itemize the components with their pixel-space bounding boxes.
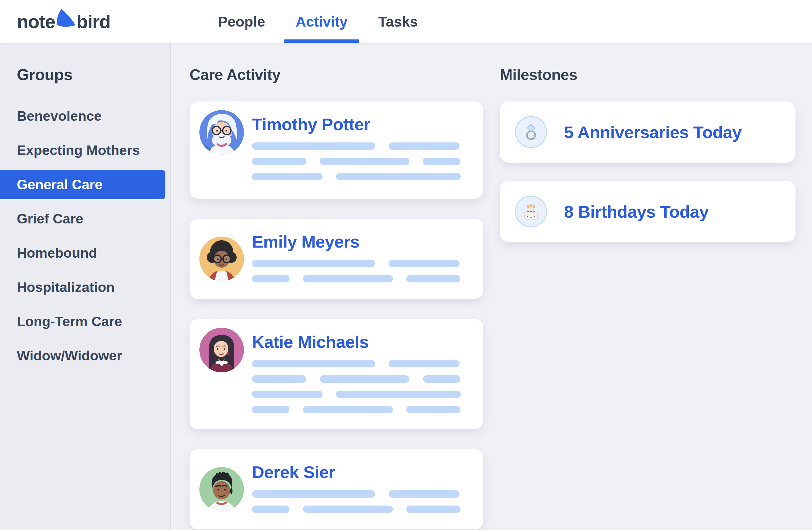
primary-nav: People Activity Tasks bbox=[218, 0, 418, 43]
avatar-woman-curly-hair-illustration bbox=[199, 237, 244, 281]
avatar-man-black-hair-illustration bbox=[199, 467, 244, 512]
placeholder-bar bbox=[406, 505, 461, 513]
placeholder-row bbox=[252, 360, 461, 367]
ring-icon bbox=[515, 116, 547, 148]
avatar bbox=[199, 328, 244, 372]
placeholder-bar bbox=[320, 376, 410, 383]
placeholder-bar bbox=[252, 275, 290, 282]
placeholder-row bbox=[252, 505, 461, 513]
avatar bbox=[199, 110, 244, 154]
placeholder-bar bbox=[336, 173, 461, 180]
avatar bbox=[199, 237, 244, 281]
milestones-heading: Milestones bbox=[500, 66, 796, 84]
placeholder-bar bbox=[303, 505, 393, 513]
sidebar-item-widow-widower[interactable]: Widow/Widower bbox=[0, 341, 170, 370]
brand-logo-suffix: bird bbox=[76, 11, 110, 32]
placeholder-bar bbox=[252, 376, 306, 383]
placeholder-bar bbox=[303, 275, 393, 282]
placeholder-bar bbox=[303, 406, 393, 413]
placeholder-text-block bbox=[252, 360, 461, 413]
placeholder-bar bbox=[252, 505, 290, 513]
placeholder-bar bbox=[252, 260, 375, 267]
placeholder-bar bbox=[423, 158, 461, 165]
placeholder-bar bbox=[252, 158, 306, 165]
tab-activity[interactable]: Activity bbox=[296, 0, 348, 43]
placeholder-bar bbox=[252, 490, 375, 498]
placeholder-row bbox=[252, 391, 461, 398]
placeholder-bar bbox=[389, 490, 460, 498]
avatar bbox=[199, 467, 244, 512]
placeholder-text-block bbox=[252, 490, 461, 513]
sidebar-item-homebound[interactable]: Homebound bbox=[0, 238, 170, 268]
cake-icon bbox=[515, 196, 547, 227]
placeholder-bar bbox=[252, 173, 322, 180]
top-nav: note bird People Activity Tasks bbox=[0, 0, 812, 43]
care-activity-card-timothy-potter[interactable]: Timothy Potter bbox=[190, 102, 483, 199]
placeholder-bar bbox=[252, 143, 375, 150]
person-name: Timothy Potter bbox=[252, 102, 461, 134]
placeholder-bar bbox=[406, 275, 461, 282]
main-content: Care Activity bbox=[171, 43, 812, 530]
placeholder-bar bbox=[389, 360, 460, 367]
placeholder-row bbox=[252, 376, 461, 383]
placeholder-bar bbox=[406, 406, 461, 413]
brand-logo[interactable]: note bird bbox=[17, 0, 110, 43]
sidebar-item-expecting-mothers[interactable]: Expecting Mothers bbox=[0, 136, 170, 165]
placeholder-bar bbox=[320, 158, 410, 165]
milestones-card-list: 5 Anniversaries Today bbox=[500, 102, 796, 242]
person-name: Derek Sier bbox=[252, 449, 461, 482]
placeholder-bar bbox=[336, 391, 461, 398]
placeholder-text-block bbox=[252, 260, 461, 282]
groups-sidebar: Groups Benevolence Expecting Mothers Gen… bbox=[0, 43, 171, 530]
milestones-section: Milestones 5 Anniversaries Today bbox=[500, 43, 796, 530]
milestone-card-birthdays[interactable]: 8 Birthdays Today bbox=[500, 181, 796, 242]
placeholder-row bbox=[252, 158, 461, 165]
brand-logo-prefix: note bbox=[17, 11, 55, 32]
placeholder-row bbox=[252, 260, 461, 267]
milestone-label: 5 Anniversaries Today bbox=[564, 122, 742, 142]
sidebar-item-benevolence[interactable]: Benevolence bbox=[0, 102, 170, 131]
placeholder-bar bbox=[252, 406, 290, 413]
care-activity-section: Care Activity bbox=[190, 43, 483, 530]
care-activity-heading: Care Activity bbox=[190, 66, 483, 84]
placeholder-bar bbox=[389, 143, 460, 150]
workspace: Groups Benevolence Expecting Mothers Gen… bbox=[0, 43, 812, 530]
person-name: Emily Meyers bbox=[252, 219, 461, 251]
placeholder-bar bbox=[389, 260, 460, 267]
care-activity-card-list: Timothy Potter bbox=[190, 102, 483, 529]
placeholder-bar bbox=[423, 376, 461, 383]
care-activity-card-derek-sier[interactable]: Derek Sier bbox=[190, 449, 483, 529]
care-activity-card-katie-michaels[interactable]: Katie Michaels bbox=[190, 319, 483, 429]
placeholder-row bbox=[252, 406, 461, 413]
bird-icon bbox=[55, 8, 76, 30]
milestone-label: 8 Birthdays Today bbox=[564, 202, 709, 222]
placeholder-row bbox=[252, 275, 461, 282]
notebird-app: note bird People Activity Tasks Groups B… bbox=[0, 0, 812, 530]
sidebar-item-grief-care[interactable]: Grief Care bbox=[0, 204, 170, 234]
sidebar-item-long-term-care[interactable]: Long-Term Care bbox=[0, 307, 170, 336]
placeholder-bar bbox=[252, 360, 375, 367]
avatar-woman-long-hair-illustration bbox=[199, 328, 244, 372]
placeholder-bar bbox=[252, 391, 322, 398]
person-name: Katie Michaels bbox=[252, 319, 461, 352]
sidebar-item-hospitalization[interactable]: Hospitalization bbox=[0, 273, 170, 302]
avatar-elderly-man-illustration bbox=[199, 110, 244, 154]
placeholder-row bbox=[252, 490, 461, 498]
tab-people[interactable]: People bbox=[218, 0, 265, 43]
sidebar-item-general-care[interactable]: General Care bbox=[0, 170, 165, 199]
placeholder-text-block bbox=[252, 143, 461, 180]
placeholder-row bbox=[252, 143, 461, 150]
tab-tasks[interactable]: Tasks bbox=[378, 0, 418, 43]
care-activity-card-emily-meyers[interactable]: Emily Meyers bbox=[190, 219, 483, 299]
milestone-card-anniversaries[interactable]: 5 Anniversaries Today bbox=[500, 102, 796, 163]
sidebar-group-list: Benevolence Expecting Mothers General Ca… bbox=[0, 102, 170, 370]
sidebar-heading: Groups bbox=[0, 65, 170, 84]
placeholder-row bbox=[252, 173, 461, 180]
